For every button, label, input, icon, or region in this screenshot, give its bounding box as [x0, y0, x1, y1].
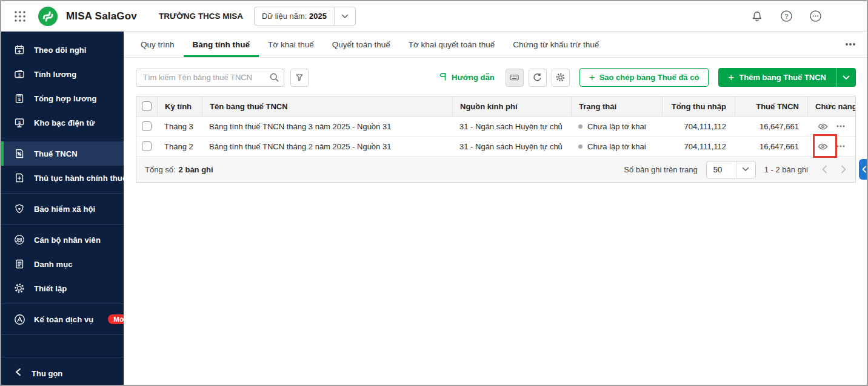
- select-all-cell: [136, 96, 157, 116]
- apps-grid-icon[interactable]: [13, 9, 27, 24]
- collapse-label: Thu gọn: [32, 369, 62, 378]
- view-eye-icon[interactable]: [818, 143, 828, 151]
- pagination: Số bản ghi trên trang 50 1 - 2 bản ghi: [624, 161, 847, 178]
- col-header-tax[interactable]: Thuế TNCN: [735, 96, 807, 116]
- sidebar-divider: [1, 357, 124, 357]
- sidebar-item-label: Danh mục: [34, 260, 73, 269]
- col-header-funding[interactable]: Nguồn kinh phí: [452, 96, 571, 116]
- sidebar-divider: [1, 303, 124, 304]
- status-dot-icon: [578, 144, 583, 149]
- sidebar-item-theo-doi-nghi[interactable]: Theo dõi nghỉ: [1, 38, 124, 62]
- sidebar-item-danh-muc[interactable]: Danh mục: [1, 252, 124, 276]
- data-year-text: Dữ liệu năm: 2025: [255, 12, 334, 21]
- document-percent-icon: [13, 147, 25, 160]
- chevron-left-icon: [15, 368, 22, 379]
- data-year-select[interactable]: Dữ liệu năm: 2025: [254, 7, 356, 25]
- col-header-income[interactable]: Tổng thu nhập: [662, 96, 735, 116]
- refresh-icon[interactable]: [529, 69, 547, 87]
- ellipsis-circle-icon[interactable]: [809, 10, 822, 23]
- top-header: MISA SalaGov TRƯỜNG THCS MISA Dữ liệu nă…: [1, 1, 867, 32]
- tab-chung-tu-khau-tru-thue[interactable]: Chứng từ khấu trừ thuế: [504, 32, 608, 57]
- row-tax: 16,647,661: [735, 137, 807, 156]
- table-footer: Tổng số: 2 bản ghi Số bản ghi trên trang…: [136, 157, 855, 182]
- settings-gear-icon[interactable]: [552, 69, 570, 87]
- sidebar-item-tinh-luong[interactable]: $ Tính lương: [1, 62, 124, 86]
- chevron-down-icon: [335, 14, 355, 19]
- accounting-service-icon: [13, 313, 25, 325]
- prev-page-icon[interactable]: [821, 165, 827, 174]
- table-row[interactable]: Tháng 3 Bảng tính thuế TNCN tháng 3 năm …: [136, 117, 855, 137]
- table-header-row: Kỳ tính Tên bảng thuế TNCN Nguồn kinh ph…: [136, 96, 855, 117]
- sidebar-item-label: Bảo hiểm xã hội: [34, 205, 95, 214]
- sidebar-item-thue-tncn[interactable]: Thuế TNCN: [1, 141, 124, 166]
- next-page-icon[interactable]: [841, 165, 847, 174]
- col-header-period[interactable]: Kỳ tính: [157, 96, 202, 116]
- guide-link[interactable]: Hướng dẫn: [438, 72, 495, 83]
- col-header-actions: Chức năng: [807, 96, 855, 116]
- search-input[interactable]: [136, 69, 284, 87]
- treasury-monitor-icon: $: [13, 117, 25, 129]
- tax-table: Kỳ tính Tên bảng thuế TNCN Nguồn kinh ph…: [136, 96, 856, 183]
- table-row[interactable]: Tháng 2 Bảng tính thuế TNCN tháng 2 năm …: [136, 137, 855, 157]
- misa-logo-icon: [38, 6, 58, 27]
- plus-icon: +: [589, 72, 595, 83]
- add-tax-table-button[interactable]: + Thêm bảng Thuế TNCN: [718, 68, 836, 87]
- filter-button[interactable]: [290, 69, 309, 87]
- status-text: Chưa lập tờ khai: [587, 122, 646, 131]
- row-checkbox[interactable]: [142, 121, 152, 131]
- sidebar-item-thu-tuc-hanh-chinh-thue[interactable]: Thủ tục hành chính thuế: [1, 166, 124, 190]
- row-checkbox-cell: [136, 137, 157, 156]
- sidebar-collapse-button[interactable]: Thu gọn: [1, 361, 124, 386]
- row-name: Bảng tính thuế TNCN tháng 2 năm 2025 - N…: [202, 137, 452, 156]
- sidebar-item-label: Kho bạc điện tử: [34, 118, 95, 127]
- sidebar-item-thiet-lap[interactable]: Thiết lập: [1, 276, 124, 300]
- chevron-down-icon: [736, 167, 755, 172]
- search-box: [136, 69, 284, 87]
- tab-to-khai-thue[interactable]: Tờ khai thuế: [259, 32, 323, 57]
- select-all-checkbox[interactable]: [142, 101, 152, 111]
- row-checkbox[interactable]: [142, 141, 152, 151]
- keyboard-icon[interactable]: [506, 69, 524, 87]
- sidebar-item-label: Theo dõi nghỉ: [34, 46, 87, 55]
- gear-icon: [13, 282, 25, 294]
- list-document-icon: [13, 258, 25, 270]
- plus-icon: +: [728, 72, 734, 83]
- view-eye-icon[interactable]: [818, 123, 828, 130]
- sidebar-item-bao-hiem-xa-hoi[interactable]: Bảo hiểm xã hội: [1, 197, 124, 221]
- svg-text:$: $: [18, 96, 21, 102]
- sidebar-item-label: Kế toán dịch vụ: [34, 315, 93, 324]
- sidebar-divider: [1, 193, 124, 194]
- row-more-icon[interactable]: [836, 145, 845, 147]
- tab-to-khai-quyet-toan-thue[interactable]: Tờ khai quyết toán thuế: [399, 32, 504, 57]
- copy-button-label: Sao chép bảng Thuế đã có: [599, 73, 699, 82]
- calendar-plus-icon: [13, 44, 25, 56]
- status-dot-icon: [578, 124, 583, 129]
- guide-icon: [438, 72, 448, 83]
- question-icon[interactable]: ?: [780, 10, 793, 23]
- sidebar-item-can-bo-nhan-vien[interactable]: Cán bộ nhân viên: [1, 228, 124, 252]
- panel-expand-toggle[interactable]: [859, 159, 868, 180]
- copy-tax-table-button[interactable]: + Sao chép bảng Thuế đã có: [579, 68, 709, 87]
- tab-quy-trinh[interactable]: Quy trình: [132, 32, 184, 57]
- sidebar-item-kho-bac-dien-tu[interactable]: $ Kho bạc điện tử: [1, 110, 124, 135]
- tabs-more-icon[interactable]: [845, 32, 856, 57]
- row-checkbox-cell: [136, 117, 157, 136]
- sidebar-item-ke-toan-dich-vu[interactable]: Kế toán dịch vụ Mới: [1, 307, 124, 331]
- wallet-dollar-icon: $: [13, 68, 25, 80]
- page-size-select[interactable]: 50: [706, 161, 756, 178]
- tab-quyet-toan-thue[interactable]: Quyết toán thuế: [323, 32, 399, 57]
- bell-icon[interactable]: [750, 10, 764, 23]
- sidebar-item-tong-hop-luong[interactable]: $ Tổng hợp lương: [1, 86, 124, 110]
- tab-bang-tinh-thue[interactable]: Bảng tính thuế: [184, 32, 259, 57]
- toolbar-actions: Hướng dẫn + Sao chép bảng Thuế đã có: [438, 68, 856, 87]
- shield-heart-icon: [13, 203, 25, 215]
- col-header-name[interactable]: Tên bảng thuế TNCN: [202, 96, 452, 116]
- add-button-dropdown[interactable]: [836, 68, 856, 87]
- row-total-income: 704,111,112: [662, 137, 735, 156]
- add-tax-table-split-button: + Thêm bảng Thuế TNCN: [718, 68, 856, 87]
- row-period: Tháng 3: [157, 117, 202, 136]
- col-header-status[interactable]: Trạng thái: [571, 96, 662, 116]
- toolbar: Hướng dẫn + Sao chép bảng Thuế đã có: [124, 58, 868, 87]
- sidebar-item-label: Cán bộ nhân viên: [34, 235, 101, 245]
- row-more-icon[interactable]: [836, 125, 845, 127]
